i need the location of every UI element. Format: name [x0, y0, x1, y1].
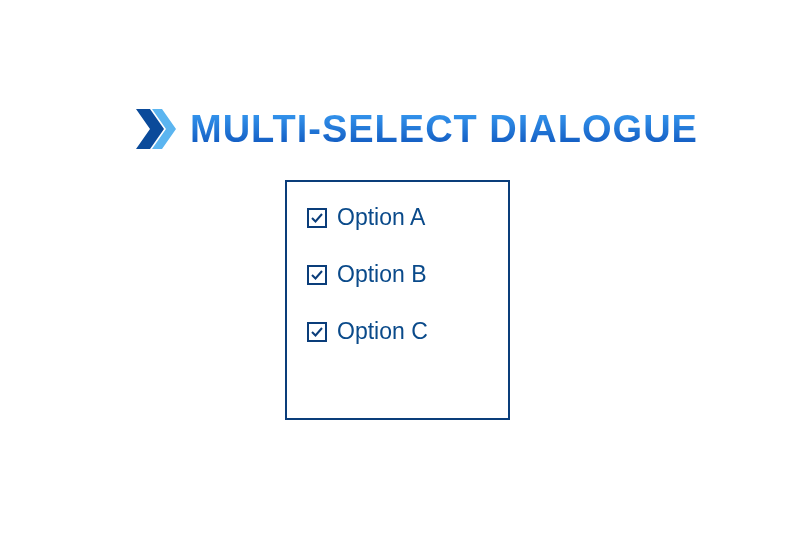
option-label: Option A	[337, 204, 425, 231]
header: MULTI-SELECT DIALOGUE	[130, 105, 698, 153]
checkbox-b[interactable]	[307, 265, 327, 285]
checkbox-c[interactable]	[307, 322, 327, 342]
option-label: Option C	[337, 318, 428, 345]
option-row-a[interactable]: Option A	[307, 204, 488, 231]
multi-select-dialogue: Option A Option B Option C	[285, 180, 510, 420]
checkbox-a[interactable]	[307, 208, 327, 228]
option-label: Option B	[337, 261, 427, 288]
arrow-logo-icon	[130, 105, 178, 153]
option-row-c[interactable]: Option C	[307, 318, 488, 345]
option-row-b[interactable]: Option B	[307, 261, 488, 288]
page-title: MULTI-SELECT DIALOGUE	[190, 108, 698, 151]
